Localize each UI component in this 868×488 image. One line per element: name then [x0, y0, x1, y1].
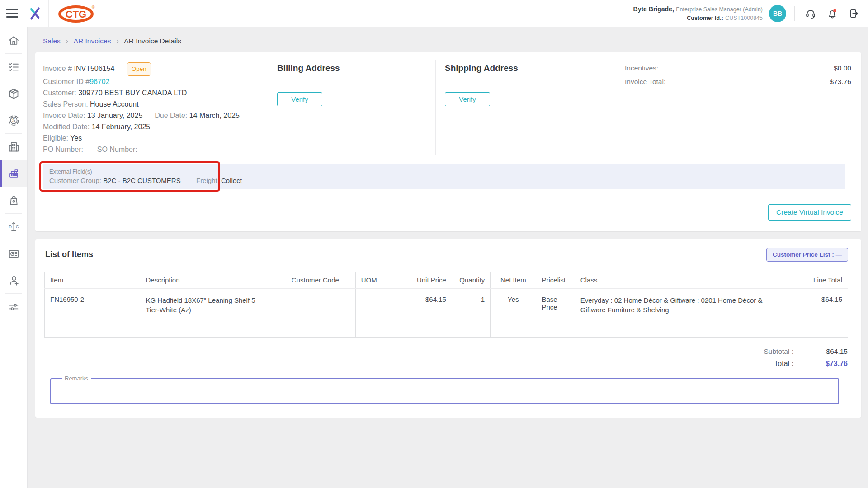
status-badge: Open	[127, 62, 151, 76]
package-icon	[8, 88, 20, 100]
invoice-date-label: Invoice Date:	[43, 112, 85, 119]
header-divider	[794, 6, 795, 21]
balance-scale-icon: DC	[8, 221, 20, 233]
sidebar-item-balance-scale[interactable]: DC	[0, 214, 27, 240]
invoice-date: 13 January, 2025	[87, 112, 142, 119]
cell-net-item: Yes	[491, 289, 536, 338]
col-item: Item	[45, 272, 140, 289]
cell-pricelist: Base Price	[536, 289, 575, 338]
user-info: Byte Brigade, Enterprise Sales Manager (…	[633, 5, 763, 22]
avatar-initials: BB	[773, 10, 782, 17]
breadcrumb-separator-icon: ›	[66, 37, 68, 45]
col-class: Class	[575, 272, 793, 289]
subtotal-label: Subtotal :	[764, 347, 794, 356]
sidebar-item-building[interactable]	[0, 134, 27, 160]
user-customer-id-value: CUST1000845	[725, 15, 763, 21]
remarks-input[interactable]	[56, 384, 834, 401]
top-bar: CTG ® Byte Brigade, Enterprise Sales Man…	[0, 0, 868, 27]
svg-text:D: D	[9, 225, 12, 229]
sidebar-item-shopping-bag[interactable]	[0, 187, 27, 214]
customer-id-label: Customer ID #	[43, 78, 90, 85]
dollar-coin-icon: $	[8, 114, 20, 127]
items-table-header: Item Description Customer Code UOM Unit …	[45, 272, 848, 289]
external-fields-panel: External Field(s) Customer Group: B2C - …	[43, 164, 845, 189]
sidebar-item-home[interactable]	[0, 27, 27, 54]
user-name: Byte Brigade,	[633, 5, 674, 13]
customer-price-list-badge[interactable]: Customer Price List : —	[766, 248, 848, 262]
add-user-icon	[8, 274, 20, 286]
headset-icon[interactable]	[803, 6, 818, 21]
invoice-number-label: Invoice #	[43, 65, 72, 72]
sidebar-item-sliders[interactable]	[0, 294, 27, 320]
verify-billing-button[interactable]: Verify	[277, 92, 322, 106]
list-of-items-title: List of Items	[44, 250, 93, 259]
sliders-icon	[8, 301, 20, 313]
sidebar-item-add-user[interactable]	[0, 267, 27, 294]
svg-text:C: C	[15, 225, 19, 229]
sales-person-label: Sales Person:	[43, 100, 88, 108]
col-net-item: Net Item	[491, 272, 536, 289]
invoice-info: Invoice # INVT506154 Open Customer ID #9…	[43, 60, 268, 155]
ctg-brand-logo[interactable]: CTG ®	[57, 3, 97, 24]
invoice-total-label: Invoice Total:	[625, 78, 665, 86]
breadcrumb-ar-invoices[interactable]: AR Invoices	[74, 37, 111, 45]
col-uom: UOM	[355, 272, 395, 289]
billing-address-title: Billing Address	[277, 63, 435, 73]
shipping-address-section: Shipping Address Verify	[435, 60, 615, 155]
subtotal-value: $64.15	[793, 347, 848, 356]
shopping-bag-icon	[8, 194, 20, 206]
modified-date: 14 February, 2025	[92, 123, 151, 131]
sidebar-item-package[interactable]	[0, 80, 27, 107]
bell-icon[interactable]	[825, 6, 840, 21]
col-description: Description	[140, 272, 275, 289]
remarks-label: Remarks	[62, 375, 91, 382]
invoice-number: INVT506154	[74, 65, 115, 72]
user-customer-id-label: Customer Id.:	[687, 15, 723, 21]
sidebar-nav: $DC	[0, 27, 28, 488]
report-icon	[8, 248, 20, 260]
due-date-label: Due Date:	[155, 112, 187, 119]
customer-name: 309770 BEST BUY CANADA LTD	[78, 89, 187, 97]
home-icon	[8, 34, 20, 47]
checklist-icon	[8, 61, 20, 73]
total-label: Total :	[774, 360, 793, 368]
sidebar-item-checklist[interactable]	[0, 54, 27, 80]
items-table: Item Description Customer Code UOM Unit …	[44, 272, 848, 338]
col-line-total: Line Total	[793, 272, 848, 289]
eligible-value: Yes	[70, 134, 82, 142]
col-unit-price: Unit Price	[395, 272, 452, 289]
breadcrumb: Sales › AR Invoices › AR Invoice Details	[28, 27, 868, 52]
list-of-items-card: List of Items Customer Price List : — It…	[35, 239, 861, 418]
cell-description: KG Hadfield 18X67" Leaning Shelf 5 Tier-…	[140, 289, 275, 338]
invoice-details-card: Invoice # INVT506154 Open Customer ID #9…	[35, 52, 861, 231]
customer-id-link[interactable]: 96702	[90, 78, 110, 85]
remarks-field: Remarks	[50, 375, 839, 404]
cell-unit-price: $64.15	[395, 289, 452, 338]
ctg-logo-icon: CTG ®	[57, 3, 97, 24]
x-logo-icon	[27, 6, 42, 21]
freight-label: Freight:	[196, 177, 219, 184]
building-icon	[8, 141, 20, 153]
sidebar-item-cash-register[interactable]	[0, 160, 27, 187]
cash-register-icon	[8, 168, 20, 180]
create-virtual-invoice-button[interactable]: Create Virtual Invoice	[768, 204, 851, 221]
customer-group-label: Customer Group:	[49, 177, 101, 184]
breadcrumb-sales[interactable]: Sales	[43, 37, 61, 45]
shipping-address-title: Shipping Address	[445, 63, 615, 73]
app-logo[interactable]	[21, 0, 49, 27]
billing-address-section: Billing Address Verify	[268, 60, 435, 155]
col-pricelist: Pricelist	[536, 272, 575, 289]
cell-class: Everyday : 02 Home Décor & Giftware : 02…	[575, 289, 793, 338]
sidebar-item-report[interactable]	[0, 240, 27, 267]
breadcrumb-current: AR Invoice Details	[124, 37, 181, 45]
avatar[interactable]: BB	[769, 5, 786, 22]
hamburger-menu-icon[interactable]	[0, 0, 21, 27]
sidebar-item-dollar-coin[interactable]: $	[0, 107, 27, 134]
modified-date-label: Modified Date:	[43, 123, 90, 131]
sales-person: House Account	[90, 100, 139, 108]
cell-quantity: 1	[452, 289, 490, 338]
logout-icon[interactable]	[846, 6, 862, 21]
svg-text:CTG: CTG	[66, 9, 86, 20]
verify-shipping-button[interactable]: Verify	[445, 92, 490, 106]
incentives-value: $0.00	[834, 64, 851, 72]
